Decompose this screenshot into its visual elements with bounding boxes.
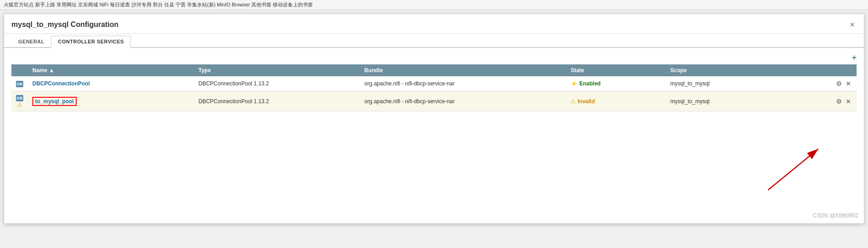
svg-line-1	[768, 149, 818, 190]
row-scope-cell: mysql_to_mysql	[666, 91, 790, 111]
watermark: CSDN @刘帅0952	[813, 212, 858, 220]
row-icon-cell: DB	[11, 76, 28, 91]
col-header-icon	[11, 64, 28, 76]
remove-button[interactable]: ✕	[845, 97, 852, 106]
remove-button[interactable]: ✕	[845, 79, 852, 88]
table-header: Name ▲ Type Bundle State Scope	[11, 64, 857, 76]
tab-controller-services[interactable]: CONTROLLER SERVICES	[51, 36, 130, 48]
row-scope-cell: mysql_to_mysql	[666, 76, 790, 91]
col-header-state: State	[566, 64, 665, 76]
tab-bar: GENERAL CONTROLLER SERVICES	[4, 36, 864, 48]
modal-header: mysql_to_mysql Configuration ×	[4, 14, 864, 34]
modal-title: mysql_to_mysql Configuration	[11, 21, 119, 29]
state-text: Invalid	[577, 98, 595, 105]
row-state-cell: ⚠Invalid	[566, 91, 665, 111]
state-text: Enabled	[579, 80, 601, 87]
close-button[interactable]: ×	[848, 21, 857, 29]
add-button-row: +	[11, 53, 857, 62]
browser-bar-text: 火狐官方站点 新手上路 常用网址 京东商城 NiFi 每日巡查 沙河专用 邢台 …	[4, 1, 313, 8]
col-header-actions	[790, 64, 857, 76]
row-state-cell: ⚡Enabled	[566, 76, 665, 91]
enabled-icon: ⚡	[571, 80, 577, 87]
service-name-link[interactable]: DBCPConnectionPool	[32, 80, 90, 87]
services-table: Name ▲ Type Bundle State Scope DBDBCPCon…	[11, 64, 857, 111]
row-actions-cell: ⚙✕	[790, 91, 857, 111]
tab-content-controller-services: + Name ▲ Type Bundle State Scope DBDBCPC…	[4, 48, 864, 117]
row-type-cell: DBCPConnectionPool 1.13.2	[194, 91, 360, 111]
col-header-scope: Scope	[666, 64, 790, 76]
db-icon: DB	[16, 95, 23, 101]
col-header-name: Name ▲	[28, 64, 194, 76]
col-header-bundle: Bundle	[360, 64, 567, 76]
db-icon: DB	[16, 81, 23, 87]
table-row: DBDBCPConnectionPoolDBCPConnectionPool 1…	[11, 76, 857, 91]
warning-icon: ⚠	[17, 101, 22, 108]
row-actions-cell: ⚙✕	[790, 76, 857, 91]
row-type-cell: DBCPConnectionPool 1.13.2	[194, 76, 360, 91]
table-body: DBDBCPConnectionPoolDBCPConnectionPool 1…	[11, 76, 857, 111]
tab-general[interactable]: GENERAL	[11, 36, 51, 47]
row-name-cell: to_mysql_pool	[28, 91, 194, 111]
browser-bar: 火狐官方站点 新手上路 常用网址 京东商城 NiFi 每日巡查 沙河专用 邢台 …	[0, 0, 868, 10]
add-service-button[interactable]: +	[852, 53, 857, 62]
service-name-link[interactable]: to_mysql_pool	[32, 97, 77, 106]
warning-state-icon: ⚠	[571, 98, 576, 105]
gear-button[interactable]: ⚙	[835, 79, 843, 88]
gear-button[interactable]: ⚙	[835, 97, 843, 106]
col-header-type: Type	[194, 64, 360, 76]
row-bundle-cell: org.apache.nifi - nifi-dbcp-service-nar	[360, 76, 567, 91]
modal-overlay: mysql_to_mysql Configuration × GENERAL C…	[4, 14, 864, 224]
row-name-cell: DBCPConnectionPool	[28, 76, 194, 91]
row-bundle-cell: org.apache.nifi - nifi-dbcp-service-nar	[360, 91, 567, 111]
arrow-annotation	[754, 140, 837, 196]
table-row: DB ⚠to_mysql_poolDBCPConnectionPool 1.13…	[11, 91, 857, 111]
row-icon-cell: DB ⚠	[11, 91, 28, 111]
